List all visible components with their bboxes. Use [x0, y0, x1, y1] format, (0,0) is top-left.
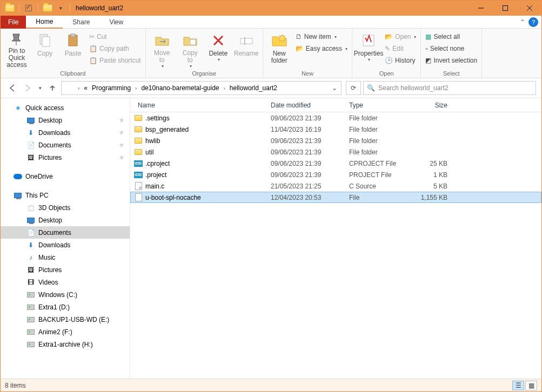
cut-button[interactable]: ✂Cut	[87, 31, 143, 43]
nav-drive-f[interactable]: Anime2 (F:)	[1, 326, 130, 338]
delete-button[interactable]: Delete▾	[204, 30, 232, 69]
title-bar: ▾ helloworld_uart2	[1, 1, 541, 16]
view-tab[interactable]: View	[99, 16, 133, 29]
navigation-pane[interactable]: ★Quick access Desktop ⬇Downloads 📄Docume…	[1, 98, 130, 379]
nav-drive-e[interactable]: BACKUP1-USB-WD (E:)	[1, 313, 130, 326]
nav-drive-c[interactable]: Windows (C:)	[1, 288, 130, 301]
new-folder-button[interactable]: New folder	[265, 30, 293, 69]
nav-this-pc[interactable]: This PC	[1, 189, 130, 201]
invert-selection-button[interactable]: ◩Invert selection	[423, 55, 479, 66]
file-name: u-boot-spl-nocache	[145, 194, 271, 201]
file-row[interactable]: u-boot-spl-nocache12/04/2023 20:53File1,…	[130, 192, 541, 203]
drive-icon	[26, 303, 35, 312]
col-type-header[interactable]: Type	[349, 102, 414, 109]
nav-documents2[interactable]: 📄Documents	[1, 226, 130, 239]
paste-shortcut-button[interactable]: 📋Paste shortcut	[87, 55, 143, 66]
rename-button[interactable]: Rename	[232, 30, 260, 69]
edit-button[interactable]: ✎Edit	[383, 43, 418, 55]
move-to-button[interactable]: Move to▾	[148, 30, 176, 69]
nav-downloads[interactable]: ⬇Downloads	[1, 126, 130, 139]
easy-access-button[interactable]: 📂Easy access▾	[293, 43, 350, 55]
desktop-icon	[26, 116, 35, 125]
select-none-button[interactable]: ▫Select none	[423, 43, 479, 55]
address-dropdown-icon[interactable]: ⌄	[329, 84, 340, 92]
home-tab[interactable]: Home	[26, 16, 63, 29]
back-button[interactable]	[6, 82, 19, 94]
chevron-right-icon[interactable]: ›	[133, 85, 139, 91]
file-size: 1 KB	[414, 171, 452, 179]
file-row[interactable]: IDE.project09/06/2023 21:39PROJECT File1…	[130, 169, 541, 180]
nav-onedrive[interactable]: OneDrive	[1, 170, 130, 183]
ribbon: Pin to Quick access Copy Paste ✂Cut 📋Cop…	[1, 29, 541, 78]
maximize-button[interactable]	[493, 1, 517, 16]
file-row[interactable]: .settings09/06/2023 21:39File folder	[130, 112, 541, 124]
breadcrumb-seg[interactable]: «	[82, 82, 90, 94]
file-name: .settings	[145, 114, 271, 122]
paste-button[interactable]: Paste	[59, 30, 87, 69]
file-row[interactable]: bsp_generated11/04/2023 16:19File folder	[130, 124, 541, 135]
collapse-ribbon-icon[interactable]: ⌃	[520, 18, 525, 26]
help-icon[interactable]: ?	[528, 17, 538, 27]
nav-desktop[interactable]: Desktop	[1, 114, 130, 126]
file-row[interactable]: util09/06/2023 21:39File folder	[130, 146, 541, 158]
qat-dropdown-icon[interactable]: ▾	[55, 2, 66, 14]
breadcrumb-seg[interactable]: helloworld_uart2	[227, 82, 279, 94]
copy-path-icon: 📋	[89, 45, 97, 52]
share-tab[interactable]: Share	[63, 16, 99, 29]
copy-path-button[interactable]: 📋Copy path	[87, 43, 143, 55]
history-button[interactable]: 🕑History	[383, 55, 418, 66]
up-button[interactable]	[46, 82, 59, 94]
breadcrumb[interactable]: › « Programming › de10nano-baremetal-gui…	[61, 81, 342, 95]
file-list[interactable]: Name Date modified Type Size .settings09…	[130, 98, 541, 379]
copy-to-icon	[182, 32, 199, 49]
col-name-header[interactable]: Name	[130, 102, 271, 109]
select-all-button[interactable]: ▦Select all	[423, 31, 479, 43]
file-date: 11/04/2023 16:19	[271, 126, 349, 133]
folder-icon[interactable]	[42, 2, 53, 14]
breadcrumb-seg[interactable]: de10nano-baremetal-guide	[139, 82, 221, 94]
forward-button[interactable]	[21, 82, 34, 94]
pictures-icon: 🖼	[26, 266, 35, 274]
nav-videos[interactable]: 🎞Videos	[1, 276, 130, 288]
properties-button[interactable]: Properties▾	[354, 30, 383, 69]
properties-qat-icon[interactable]	[23, 2, 35, 14]
copy-to-button[interactable]: Copy to▾	[176, 30, 204, 69]
nav-desktop2[interactable]: Desktop	[1, 214, 130, 226]
col-date-header[interactable]: Date modified	[271, 102, 349, 109]
recent-locations-button[interactable]: ▾	[36, 82, 44, 94]
col-size-header[interactable]: Size	[414, 102, 452, 109]
nav-quick-access[interactable]: ★Quick access	[1, 102, 130, 114]
copy-button[interactable]: Copy	[31, 30, 59, 69]
chevron-right-icon[interactable]: ›	[222, 85, 227, 91]
minimize-button[interactable]	[469, 1, 493, 16]
nav-downloads2[interactable]: ⬇Downloads	[1, 239, 130, 251]
pictures-icon: 🖼	[26, 153, 35, 162]
invert-selection-icon: ◩	[425, 57, 431, 64]
file-row[interactable]: hwlib09/06/2023 21:39File folder	[130, 135, 541, 146]
search-box[interactable]: 🔍 Search helloworld_uart2	[363, 81, 536, 95]
nav-pictures[interactable]: 🖼Pictures	[1, 151, 130, 164]
file-tab[interactable]: File	[1, 16, 26, 29]
new-item-button[interactable]: 🗋New item▾	[293, 31, 350, 43]
search-icon: 🔍	[367, 84, 375, 92]
nav-drive-d[interactable]: Extra1 (D:)	[1, 301, 130, 313]
chevron-right-icon[interactable]: ›	[76, 85, 82, 91]
nav-pictures2[interactable]: 🖼Pictures	[1, 263, 130, 276]
file-row[interactable]: main.c21/05/2023 21:25C Source5 KB	[130, 180, 541, 192]
open-button[interactable]: 📂Open▾	[383, 31, 418, 43]
file-type: PROJECT File	[349, 171, 414, 179]
close-button[interactable]	[517, 1, 541, 16]
history-icon: 🕑	[385, 57, 393, 64]
file-row[interactable]: IDE.cproject09/06/2023 21:39CPROJECT Fil…	[130, 158, 541, 169]
nav-documents[interactable]: 📄Documents	[1, 139, 130, 151]
breadcrumb-seg[interactable]: Programming	[90, 82, 133, 94]
organise-group-label: Organise	[148, 70, 260, 78]
nav-3d-objects[interactable]: ⬚3D Objects	[1, 201, 130, 214]
refresh-button[interactable]: ⟳	[346, 81, 361, 95]
pin-quick-access-button[interactable]: Pin to Quick access	[3, 30, 31, 69]
icons-view-button[interactable]: ▦	[525, 381, 537, 390]
details-view-button[interactable]: ☰	[512, 381, 524, 390]
folder-icon[interactable]	[4, 2, 16, 14]
nav-drive-h[interactable]: Extra1-archive (H:)	[1, 338, 130, 350]
nav-music[interactable]: ♪Music	[1, 251, 130, 263]
